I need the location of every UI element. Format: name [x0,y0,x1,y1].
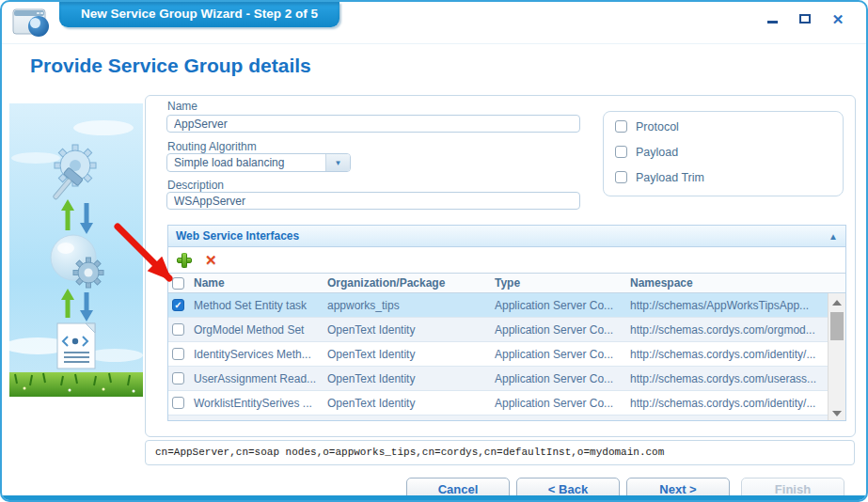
cell-type: Application Server Co... [489,372,624,385]
row-checkbox[interactable] [172,397,184,409]
page-title: Provide Service Group details [30,55,311,77]
cell-namespace: http://schemas.cordys.com/identity/... [624,348,828,361]
column-header-type[interactable]: Type [489,276,624,290]
scrollbar-thumb[interactable] [830,312,844,340]
row-checkbox[interactable] [172,348,184,360]
cell-name: UserAssignment Read... [188,372,322,385]
cell-namespace: http://schemas.cordys.com/identity/... [624,397,828,410]
checkbox-icon[interactable] [615,120,627,133]
cell-organization: appworks_tips [322,299,489,312]
cell-organization: OpenText Identity [322,397,489,410]
description-input[interactable] [166,192,580,210]
description-label: Description [167,179,224,192]
minimize-icon[interactable] [765,12,779,25]
row-checkbox[interactable]: ✓ [172,299,184,311]
table-row[interactable]: UserAssignment Read... OpenText Identity… [168,367,828,391]
chevron-down-icon[interactable]: ▼ [325,154,350,171]
table-body: ✓ Method Set Entity task appworks_tips A… [168,293,828,421]
cell-name: IdentityServices Meth... [188,348,322,361]
option-row[interactable]: Payload [604,139,843,165]
interfaces-table: Name Organization/Package Type Namespace… [168,273,845,421]
option-label: Protocol [636,120,679,133]
table-row-partial [168,416,828,421]
form-panel: Name Routing Algorithm Simple load balan… [145,95,856,437]
row-checkbox[interactable] [172,323,184,336]
cell-organization: OpenText Identity [322,323,489,337]
web-service-interfaces-panel: Web Service Interfaces ▲ ✕ Name Organiza… [167,225,846,421]
vertical-scrollbar[interactable] [828,293,845,421]
cell-namespace: http://schemas.cordys.com/orgmod... [624,323,828,337]
cell-namespace: http://schemas/AppWorksTipsApp... [624,299,828,312]
routing-algorithm-select[interactable]: Simple load balancing ▼ [166,153,351,172]
cell-type: Application Server Co... [489,299,624,312]
table-row[interactable]: ✓ Method Set Entity task appworks_tips A… [168,293,828,318]
table-row[interactable]: WorklistEntitySerives ... OpenText Ident… [168,391,828,416]
scroll-down-icon[interactable] [829,406,845,421]
table-row[interactable]: IdentityServices Meth... OpenText Identi… [168,342,828,367]
delete-icon[interactable]: ✕ [205,253,217,267]
checkbox-icon[interactable] [615,146,627,158]
name-label: Name [167,100,197,113]
column-header-organization[interactable]: Organization/Package [322,276,489,290]
dn-status-bar: cn=AppServer,cn=soap nodes,o=appworks_ti… [145,440,855,465]
window-title: New Service Group Wizard - Step 2 of 5 [59,2,339,27]
window-controls: ✕ [765,12,844,25]
option-label: Payload [636,146,678,159]
name-input[interactable] [166,115,580,133]
checkbox-icon[interactable] [615,171,627,183]
cell-organization: OpenText Identity [322,348,489,361]
add-icon[interactable] [177,253,192,268]
column-header-name[interactable]: Name [188,276,322,290]
column-header-namespace[interactable]: Namespace [624,276,845,290]
cell-type: Application Server Co... [489,397,624,410]
wizard-window: New Service Group Wizard - Step 2 of 5 ✕… [0,0,868,502]
routing-algorithm-label: Routing Algorithm [167,140,257,153]
cell-name: Method Set Entity task [188,299,322,312]
cell-name: OrgModel Method Set [188,323,322,337]
maximize-icon[interactable] [798,12,812,25]
titlebar: New Service Group Wizard - Step 2 of 5 ✕ [2,2,866,44]
panel-header[interactable]: Web Service Interfaces ▲ [168,226,845,247]
selected-option: Simple load balancing [167,154,325,171]
option-row[interactable]: Payload Trim [604,165,843,190]
collapse-icon[interactable]: ▲ [829,231,838,242]
table-toolbar: ✕ [168,247,845,273]
cell-namespace: http://schemas.cordys.com/userass... [624,372,828,385]
row-checkbox[interactable] [172,372,184,384]
document-icon [57,323,95,369]
wizard-illustration [9,103,143,397]
table-row[interactable]: OrgModel Method Set OpenText Identity Ap… [168,318,828,342]
select-all-checkbox[interactable] [172,277,184,290]
app-window-icon [11,7,55,39]
cell-type: Application Server Co... [489,323,624,337]
scroll-up-icon[interactable] [829,295,845,310]
table-header-row: Name Organization/Package Type Namespace [168,274,845,293]
option-row[interactable]: Protocol [604,114,843,139]
cell-organization: OpenText Identity [322,372,489,385]
close-icon[interactable]: ✕ [831,12,844,25]
options-group: Protocol Payload Payload Trim [603,111,844,196]
window-bottom-accent [2,495,866,500]
panel-title: Web Service Interfaces [176,229,299,243]
cell-type: Application Server Co... [489,348,624,361]
cell-name: WorklistEntitySerives ... [188,397,322,410]
option-label: Payload Trim [636,171,704,184]
